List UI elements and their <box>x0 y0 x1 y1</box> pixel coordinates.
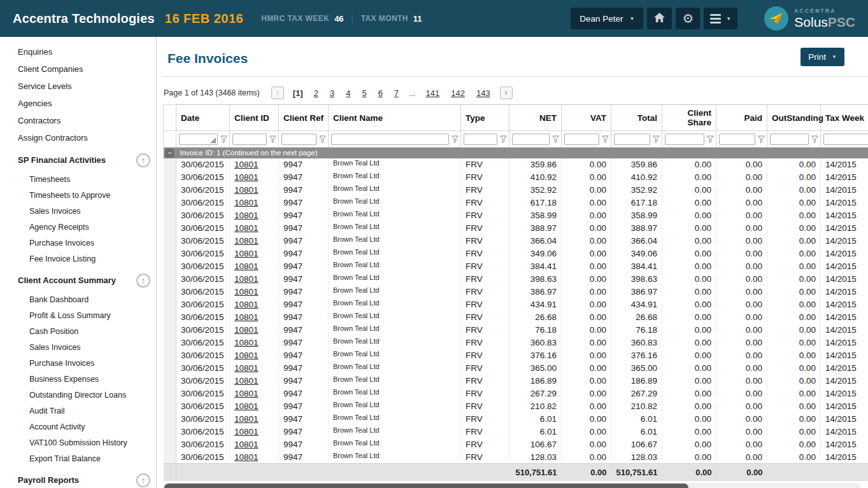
sidebar-item-business-expenses[interactable]: Business Expenses <box>0 371 156 387</box>
client-id-link[interactable]: 10801 <box>234 300 259 309</box>
page-link-7[interactable]: 7 <box>394 88 399 98</box>
home-button[interactable] <box>647 8 672 29</box>
sidebar-item-sales-invoices[interactable]: Sales Invoices <box>0 203 156 219</box>
date-picker-triangle-icon[interactable] <box>210 137 216 143</box>
client-id-link[interactable]: 10801 <box>234 452 259 462</box>
sidebar-item-service-levels[interactable]: Service Levels <box>0 78 156 95</box>
sidebar-item-bank-dashboard[interactable]: Bank Dashboard <box>0 291 156 307</box>
filter-funnel-button-client_ref[interactable] <box>318 136 327 143</box>
filter-funnel-button-client_id[interactable] <box>269 136 277 143</box>
client-id-link[interactable]: 10801 <box>234 440 259 449</box>
scroll-up-circle-icon[interactable]: ↑ <box>136 473 150 487</box>
client-id-link[interactable]: 10801 <box>234 185 259 195</box>
sidebar-item-timesheets-to-approve[interactable]: Timesheets to Approve <box>0 187 156 203</box>
page-link-3[interactable]: 3 <box>330 88 334 98</box>
sidebar-item-client-companies[interactable]: Client Companies <box>0 60 156 78</box>
client-id-link[interactable]: 10801 <box>234 198 259 207</box>
scroll-up-circle-icon[interactable]: ↑ <box>136 153 150 167</box>
filter-funnel-button-total[interactable] <box>652 136 660 143</box>
column-header-tax_week[interactable]: Tax Week <box>821 105 868 131</box>
filter-input-client_name[interactable] <box>331 134 449 145</box>
column-header-net[interactable]: NET <box>509 105 562 131</box>
filter-input-client_ref[interactable] <box>281 134 317 145</box>
collapse-group-button[interactable]: − <box>166 149 174 157</box>
column-header-client_share[interactable]: Client Share <box>662 105 716 131</box>
filter-input-vat[interactable] <box>564 134 599 145</box>
column-header-paid[interactable]: Paid <box>716 105 767 131</box>
client-id-link[interactable]: 10801 <box>234 312 259 322</box>
column-header-date[interactable]: Date <box>176 105 230 131</box>
sidebar-item-sales-invoices[interactable]: Sales Invoices <box>0 339 156 355</box>
filter-input-type[interactable] <box>464 134 497 145</box>
client-id-link[interactable]: 10801 <box>234 274 259 284</box>
client-id-link[interactable]: 10801 <box>234 172 259 182</box>
sidebar-item-sp-financial-activities[interactable]: SP Financial Activities↑ <box>0 151 156 169</box>
sidebar-item-fee-invoice-listing[interactable]: Fee Invoice Listing <box>0 251 156 267</box>
page-link-2[interactable]: 2 <box>314 88 318 98</box>
filter-funnel-button-type[interactable] <box>499 136 508 143</box>
client-id-link[interactable]: 10801 <box>234 261 259 271</box>
sidebar-item-account-activity[interactable]: Account Activity <box>0 419 156 435</box>
column-header-client_name[interactable]: Client Name <box>329 105 461 131</box>
client-id-link[interactable]: 10801 <box>234 351 259 360</box>
filter-input-total[interactable] <box>614 134 650 145</box>
sidebar-item-payroll-reports[interactable]: Payroll Reports↑ <box>0 471 156 488</box>
column-header-client_ref[interactable]: Client Ref <box>279 105 329 131</box>
column-header-vat[interactable]: VAT <box>562 105 611 131</box>
client-id-link[interactable]: 10801 <box>234 325 259 335</box>
sidebar-item-enquiries[interactable]: Enquiries <box>0 43 156 60</box>
prev-page-button[interactable]: ‹ <box>271 87 284 99</box>
sidebar-item-cash-position[interactable]: Cash Position <box>0 323 156 339</box>
horizontal-scrollbar-track[interactable] <box>163 483 860 488</box>
sidebar-item-assign-contractors[interactable]: Assign Contractors <box>0 129 156 146</box>
client-id-link[interactable]: 10801 <box>234 223 259 233</box>
column-header-outstanding[interactable]: OutStanding <box>767 105 821 131</box>
horizontal-scrollbar-thumb[interactable] <box>164 484 688 488</box>
filter-input-paid[interactable] <box>719 134 755 145</box>
sidebar-item-purchase-invoices[interactable]: Purchase Invoices <box>0 355 156 371</box>
filter-input-outstanding[interactable] <box>770 134 809 145</box>
sidebar-item-outstanding-director-loans[interactable]: Outstanding Director Loans <box>0 387 156 403</box>
page-link-141[interactable]: 141 <box>426 88 440 98</box>
filter-funnel-button-date[interactable] <box>220 136 228 143</box>
sidebar-item-vat100-submission-history[interactable]: VAT100 Submission History <box>0 435 156 450</box>
page-link-6[interactable]: 6 <box>378 88 383 98</box>
client-id-link[interactable]: 10801 <box>234 211 259 220</box>
client-id-link[interactable]: 10801 <box>234 363 259 373</box>
filter-funnel-button-client_name[interactable] <box>451 136 459 143</box>
scroll-up-circle-icon[interactable]: ↑ <box>136 274 150 288</box>
sidebar-item-contractors[interactable]: Contractors <box>0 112 156 129</box>
page-link-4[interactable]: 4 <box>346 88 350 98</box>
filter-input-tax_week[interactable] <box>823 134 868 145</box>
sidebar-item-timesheets[interactable]: Timesheets <box>0 171 156 187</box>
main-menu-button[interactable]: ▼ <box>704 8 737 29</box>
user-menu-button[interactable]: Dean Peter ▼ <box>571 8 643 29</box>
filter-funnel-button-client_share[interactable] <box>706 136 715 143</box>
sidebar-item-agencies[interactable]: Agencies <box>0 95 156 112</box>
filter-input-client_id[interactable] <box>232 134 267 145</box>
sidebar-item-agency-receipts[interactable]: Agency Receipts <box>0 219 156 235</box>
filter-input-client_share[interactable] <box>665 134 704 145</box>
filter-funnel-button-net[interactable] <box>551 136 560 143</box>
settings-button[interactable]: ⚙ <box>676 8 700 29</box>
client-id-link[interactable]: 10801 <box>234 236 259 246</box>
sidebar-item-profit-loss-summary[interactable]: Profit & Loss Summary <box>0 307 156 323</box>
column-header-type[interactable]: Type <box>461 105 509 131</box>
client-id-link[interactable]: 10801 <box>234 414 259 424</box>
sidebar-item-client-account-summary[interactable]: Client Account Summary↑ <box>0 272 156 289</box>
client-id-link[interactable]: 10801 <box>234 287 259 296</box>
print-button[interactable]: Print ▼ <box>800 48 844 66</box>
client-id-link[interactable]: 10801 <box>234 389 259 398</box>
client-id-link[interactable]: 10801 <box>234 338 259 347</box>
filter-funnel-button-paid[interactable] <box>757 136 765 143</box>
sidebar-item-audit-trail[interactable]: Audit Trail <box>0 403 156 419</box>
client-id-link[interactable]: 10801 <box>234 376 259 386</box>
page-link-142[interactable]: 142 <box>451 88 465 98</box>
column-header-total[interactable]: Total <box>611 105 662 131</box>
client-id-link[interactable]: 10801 <box>234 427 259 436</box>
sidebar-item-export-trial-balance[interactable]: Export Trial Balance <box>0 450 156 466</box>
next-page-button[interactable]: › <box>500 87 513 99</box>
filter-funnel-button-vat[interactable] <box>601 136 609 143</box>
client-id-link[interactable]: 10801 <box>234 160 259 169</box>
column-header-client_id[interactable]: Client ID <box>230 105 279 131</box>
